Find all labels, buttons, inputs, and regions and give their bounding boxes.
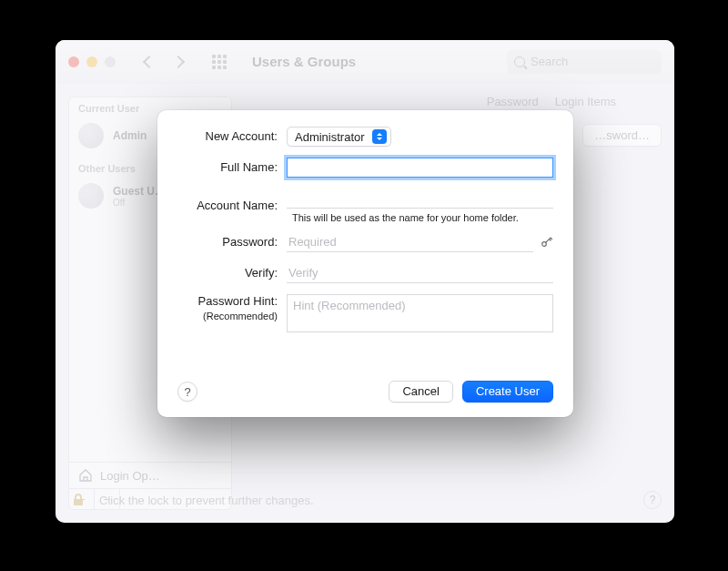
verify-input[interactable] [287,263,553,283]
create-user-button[interactable]: Create User [462,381,553,403]
label-account-name: Account Name: [177,199,287,214]
row-account-name: Account Name: This will be used as the n… [177,189,553,223]
desktop-frame: Users & Groups Search Current User Admin… [0,0,728,571]
row-full-name: Full Name: [177,158,553,178]
label-new-account: New Account: [177,129,287,145]
row-hint: Password Hint: (Recommended) [177,294,553,332]
account-name-hint: This will be used as the name for your h… [287,212,553,223]
new-user-dialog: New Account: Administrator Full Name: Ac… [157,110,573,417]
new-account-select[interactable]: Administrator [287,127,391,147]
label-verify: Verify: [177,266,287,281]
hint-textarea[interactable] [287,294,553,332]
account-name-input[interactable] [287,189,553,209]
dropdown-stepper-icon [372,129,387,144]
password-input[interactable] [287,232,533,252]
help-button[interactable]: ? [177,382,197,402]
label-hint-line1: Password Hint: [177,294,278,310]
new-account-value: Administrator [295,130,365,144]
row-password: Password: [177,232,553,252]
label-hint-line2: (Recommended) [177,310,278,322]
row-verify: Verify: [177,263,553,283]
full-name-input[interactable] [287,158,553,178]
label-hint: Password Hint: (Recommended) [177,294,287,322]
label-password: Password: [177,235,287,250]
cancel-button[interactable]: Cancel [389,381,452,403]
dialog-footer: ? Cancel Create User [177,381,553,403]
row-new-account: New Account: Administrator [177,127,553,147]
label-full-name: Full Name: [177,160,287,176]
password-assistant-icon[interactable] [541,235,553,250]
